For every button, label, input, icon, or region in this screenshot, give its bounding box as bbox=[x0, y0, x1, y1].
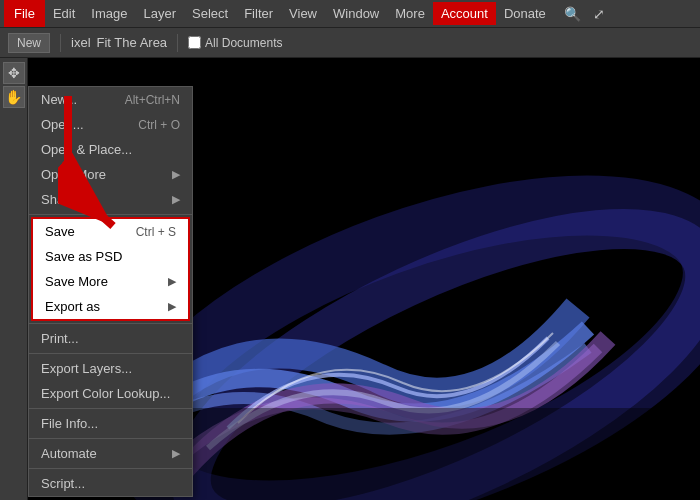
dd-open-more[interactable]: Open More ▶ bbox=[29, 162, 192, 187]
canvas-area: New... Alt+Ctrl+N Open... Ctrl + O Open … bbox=[28, 58, 700, 500]
dd-automate[interactable]: Automate ▶ bbox=[29, 441, 192, 466]
toolbar-separator-1 bbox=[60, 34, 61, 52]
menu-image[interactable]: Image bbox=[83, 2, 135, 25]
move-tool[interactable]: ✥ bbox=[3, 62, 25, 84]
dd-separator-1 bbox=[29, 214, 192, 215]
menu-layer[interactable]: Layer bbox=[136, 2, 185, 25]
menu-edit[interactable]: Edit bbox=[45, 2, 83, 25]
all-docs-text: All Documents bbox=[205, 36, 282, 50]
dd-export-color[interactable]: Export Color Lookup... bbox=[29, 381, 192, 406]
dd-save[interactable]: Save Ctrl + S bbox=[33, 219, 188, 244]
dd-separator-2 bbox=[29, 323, 192, 324]
menu-filter[interactable]: Filter bbox=[236, 2, 281, 25]
fit-area-label: Fit The Area bbox=[97, 35, 168, 50]
menu-more[interactable]: More bbox=[387, 2, 433, 25]
dd-file-info[interactable]: File Info... bbox=[29, 411, 192, 436]
dd-highlight-group: Save Ctrl + S Save as PSD Save More ▶ Ex… bbox=[31, 217, 190, 321]
menu-window[interactable]: Window bbox=[325, 2, 387, 25]
dd-separator-6 bbox=[29, 468, 192, 469]
dd-save-more[interactable]: Save More ▶ bbox=[33, 269, 188, 294]
dd-export-as[interactable]: Export as ▶ bbox=[33, 294, 188, 319]
dd-open-place[interactable]: Open & Place... bbox=[29, 137, 192, 162]
dd-share[interactable]: Share ▶ bbox=[29, 187, 192, 212]
toolbar: New ixel Fit The Area All Documents bbox=[0, 28, 700, 58]
menu-donate[interactable]: Donate bbox=[496, 2, 554, 25]
toolbar-separator-2 bbox=[177, 34, 178, 52]
all-docs-checkbox[interactable] bbox=[188, 36, 201, 49]
menu-select[interactable]: Select bbox=[184, 2, 236, 25]
dd-print[interactable]: Print... bbox=[29, 326, 192, 351]
dd-open[interactable]: Open... Ctrl + O bbox=[29, 112, 192, 137]
left-toolbar: ✥ ✋ bbox=[0, 58, 28, 500]
hand-tool[interactable]: ✋ bbox=[3, 86, 25, 108]
dd-script[interactable]: Script... bbox=[29, 471, 192, 496]
menu-view[interactable]: View bbox=[281, 2, 325, 25]
dd-separator-3 bbox=[29, 353, 192, 354]
search-icon[interactable]: 🔍 bbox=[558, 2, 587, 26]
file-dropdown-menu: New... Alt+Ctrl+N Open... Ctrl + O Open … bbox=[28, 86, 193, 497]
menu-file[interactable]: File bbox=[4, 0, 45, 27]
pixel-label: ixel bbox=[71, 35, 91, 50]
resize-icon[interactable]: ⤢ bbox=[587, 2, 611, 26]
menu-bar: File Edit Image Layer Select Filter View… bbox=[0, 0, 700, 28]
dd-separator-4 bbox=[29, 408, 192, 409]
all-docs-checkbox-label[interactable]: All Documents bbox=[188, 36, 282, 50]
main-area: ✥ ✋ New... Alt bbox=[0, 58, 700, 500]
dd-export-layers[interactable]: Export Layers... bbox=[29, 356, 192, 381]
dd-new[interactable]: New... Alt+Ctrl+N bbox=[29, 87, 192, 112]
new-button[interactable]: New bbox=[8, 33, 50, 53]
dd-separator-5 bbox=[29, 438, 192, 439]
menu-account[interactable]: Account bbox=[433, 2, 496, 25]
dd-save-psd[interactable]: Save as PSD bbox=[33, 244, 188, 269]
